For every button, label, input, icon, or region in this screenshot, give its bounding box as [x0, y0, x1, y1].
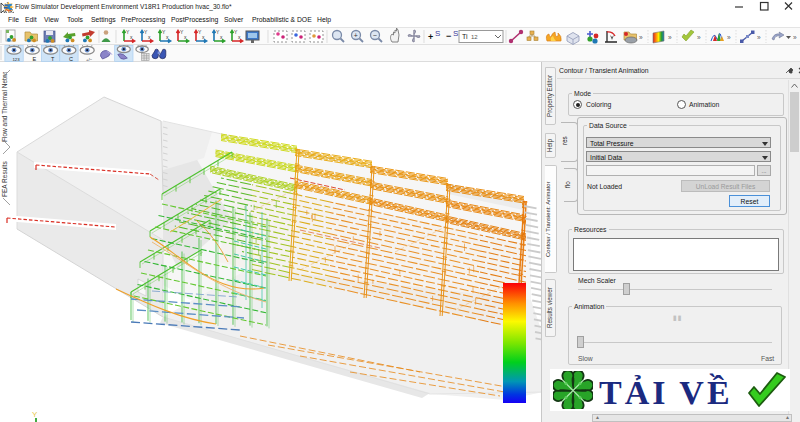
- svg-text:E: E: [32, 56, 36, 62]
- svg-text:»: »: [639, 34, 643, 41]
- svg-text:»: »: [697, 34, 701, 41]
- svg-text:»: »: [793, 34, 797, 41]
- svg-text:»: »: [757, 34, 761, 41]
- svg-text:Ti: Ti: [462, 33, 468, 40]
- svg-text:+/−: +/−: [86, 57, 93, 62]
- svg-text:S: S: [435, 29, 440, 38]
- svg-text:−: −: [446, 31, 451, 41]
- svg-text:+: +: [354, 32, 358, 39]
- svg-text:−: −: [373, 32, 377, 39]
- svg-text:123: 123: [12, 57, 20, 62]
- svg-text:»: »: [727, 34, 731, 41]
- svg-text:Y: Y: [32, 410, 38, 419]
- svg-text:12: 12: [471, 34, 478, 40]
- svg-text:»: »: [668, 34, 672, 41]
- svg-text:+: +: [428, 32, 433, 42]
- svg-text:C: C: [69, 56, 73, 62]
- svg-text:S: S: [453, 29, 458, 38]
